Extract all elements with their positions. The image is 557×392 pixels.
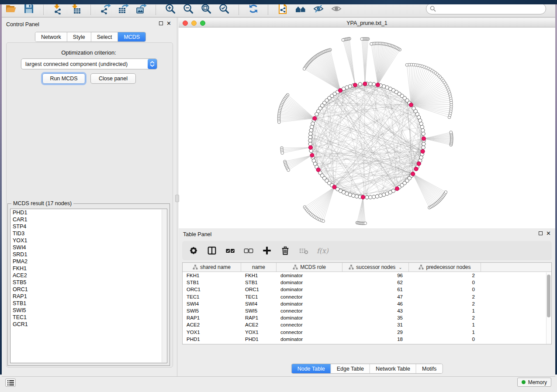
network-leaf-node[interactable] bbox=[342, 38, 345, 41]
network-node[interactable] bbox=[421, 128, 425, 132]
mcds-result-item[interactable]: SRD1 bbox=[10, 251, 167, 258]
network-hub-node[interactable] bbox=[422, 137, 426, 141]
splitter-grip[interactable] bbox=[175, 195, 179, 202]
network-node[interactable] bbox=[309, 128, 313, 132]
mcds-result-item[interactable]: YOX1 bbox=[10, 237, 167, 244]
column-header-name[interactable]: name bbox=[241, 263, 277, 272]
close-table-panel-icon[interactable]: ✕ bbox=[546, 231, 551, 235]
table-scrollbar[interactable] bbox=[546, 272, 551, 344]
network-leaf-node[interactable] bbox=[444, 191, 447, 194]
mcds-result-item[interactable]: TEC1 bbox=[10, 314, 167, 321]
network-node[interactable] bbox=[358, 83, 362, 86]
deselect-all-button[interactable] bbox=[242, 244, 255, 257]
memory-button[interactable]: Memory bbox=[517, 378, 551, 387]
network-hub-node[interactable] bbox=[353, 83, 357, 87]
network-leaf-node[interactable] bbox=[277, 120, 280, 124]
network-hub-node[interactable] bbox=[310, 153, 314, 157]
network-hub-node[interactable] bbox=[421, 149, 425, 153]
mcds-result-item[interactable]: STB5 bbox=[10, 279, 167, 286]
network-hub-node[interactable] bbox=[417, 162, 421, 165]
mcds-result-item[interactable]: STP4 bbox=[10, 223, 167, 230]
close-panel-button[interactable]: Close panel bbox=[90, 73, 136, 84]
network-node[interactable] bbox=[355, 195, 358, 198]
tab-style[interactable]: Style bbox=[67, 32, 91, 41]
vertical-splitter[interactable] bbox=[176, 17, 179, 376]
close-panel-icon[interactable]: ✕ bbox=[166, 21, 171, 25]
network-hub-node[interactable] bbox=[361, 195, 365, 199]
table-row[interactable]: PHD1PHD1dominator180 bbox=[183, 336, 551, 343]
network-canvas[interactable] bbox=[179, 28, 555, 245]
network-hub-node[interactable] bbox=[316, 168, 320, 172]
column-layout-button[interactable] bbox=[206, 244, 218, 257]
table-row[interactable]: ACE2ACE2connector311 bbox=[183, 321, 551, 328]
network-leaf-node[interactable] bbox=[322, 220, 325, 223]
network-hub-node[interactable] bbox=[411, 172, 415, 176]
select-all-button[interactable] bbox=[224, 244, 236, 257]
run-mcds-button[interactable]: Run MCDS bbox=[42, 73, 85, 84]
table-row[interactable]: YOX1YOX1connector291 bbox=[183, 329, 551, 336]
gear-button[interactable] bbox=[187, 244, 200, 257]
network-hub-node[interactable] bbox=[414, 167, 418, 171]
network-node[interactable] bbox=[365, 196, 369, 199]
network-node[interactable] bbox=[422, 145, 425, 149]
network-hub-node[interactable] bbox=[376, 83, 380, 87]
table-row[interactable]: ORC1ORC1dominator610 bbox=[183, 286, 551, 293]
network-node[interactable] bbox=[372, 83, 375, 86]
mcds-result-item[interactable]: STB1 bbox=[10, 300, 167, 307]
network-node[interactable] bbox=[422, 132, 425, 135]
table-tab-motifs[interactable]: Motifs bbox=[416, 364, 442, 373]
network-node[interactable] bbox=[412, 107, 415, 110]
table-scrollbar-thumb[interactable] bbox=[547, 275, 550, 317]
network-leaf-node[interactable] bbox=[364, 222, 367, 225]
task-history-button[interactable] bbox=[5, 378, 16, 387]
table-row[interactable]: TEC1TEC1connector472 bbox=[183, 293, 551, 300]
network-hub-node[interactable] bbox=[409, 103, 413, 107]
tab-select[interactable]: Select bbox=[91, 32, 118, 41]
optimization-select[interactable]: largest connected component (undirected) bbox=[21, 58, 157, 69]
column-header-mcds_role[interactable]: MCDS role bbox=[277, 263, 343, 272]
network-node[interactable] bbox=[308, 135, 312, 139]
mcds-result-item[interactable]: ORC1 bbox=[10, 286, 167, 293]
table-tab-node-table[interactable]: Node Table bbox=[292, 364, 331, 373]
mcds-list-scrollbar[interactable] bbox=[162, 210, 166, 362]
column-header-successor_nodes[interactable]: successor nodes⌄ bbox=[343, 263, 409, 272]
mcds-result-item[interactable]: ACE2 bbox=[10, 272, 167, 279]
network-node[interactable] bbox=[310, 125, 314, 129]
network-node[interactable] bbox=[369, 196, 372, 199]
tab-network[interactable]: Network bbox=[35, 32, 67, 41]
search-input[interactable] bbox=[436, 4, 546, 13]
add-column-button[interactable] bbox=[261, 244, 273, 257]
network-node[interactable] bbox=[352, 194, 355, 197]
table-tab-edge-table[interactable]: Edge Table bbox=[331, 364, 370, 373]
delete-button[interactable] bbox=[279, 244, 291, 257]
table-row[interactable]: SWI5SWI5connector431 bbox=[183, 307, 551, 314]
network-leaf-node[interactable] bbox=[360, 38, 363, 41]
table-row[interactable]: RAP1RAP1dominator352 bbox=[183, 314, 551, 321]
mcds-result-item[interactable]: SWI4 bbox=[10, 244, 167, 251]
network-hub-node[interactable] bbox=[363, 82, 367, 86]
mcds-result-item[interactable]: PHD1 bbox=[10, 209, 167, 216]
network-hub-node[interactable] bbox=[313, 117, 317, 120]
network-leaf-node[interactable] bbox=[405, 63, 408, 66]
tab-mcds[interactable]: MCDS bbox=[118, 32, 145, 41]
network-node[interactable] bbox=[309, 132, 312, 135]
table-tab-network-table[interactable]: Network Table bbox=[370, 364, 416, 373]
network-node[interactable] bbox=[315, 112, 318, 116]
table-row[interactable]: STB1STB1dominator620 bbox=[183, 279, 551, 286]
float-panel-icon[interactable] bbox=[159, 21, 163, 25]
network-node[interactable] bbox=[391, 189, 395, 193]
mcds-result-item[interactable]: RAP1 bbox=[10, 293, 167, 300]
network-leaf-node[interactable] bbox=[281, 151, 284, 155]
column-header-shared_name[interactable]: shared name bbox=[183, 263, 241, 272]
network-hub-node[interactable] bbox=[395, 187, 399, 191]
network-node[interactable] bbox=[308, 139, 312, 142]
network-leaf-node[interactable] bbox=[287, 168, 290, 172]
network-leaf-node[interactable] bbox=[450, 131, 453, 134]
mcds-result-item[interactable]: GCR1 bbox=[10, 321, 167, 328]
network-node[interactable] bbox=[422, 142, 426, 146]
network-leaf-node[interactable] bbox=[370, 42, 373, 45]
network-node[interactable] bbox=[369, 82, 372, 86]
mcds-result-item[interactable]: CAR1 bbox=[10, 216, 167, 223]
network-leaf-node[interactable] bbox=[303, 67, 306, 70]
network-node[interactable] bbox=[308, 142, 312, 146]
